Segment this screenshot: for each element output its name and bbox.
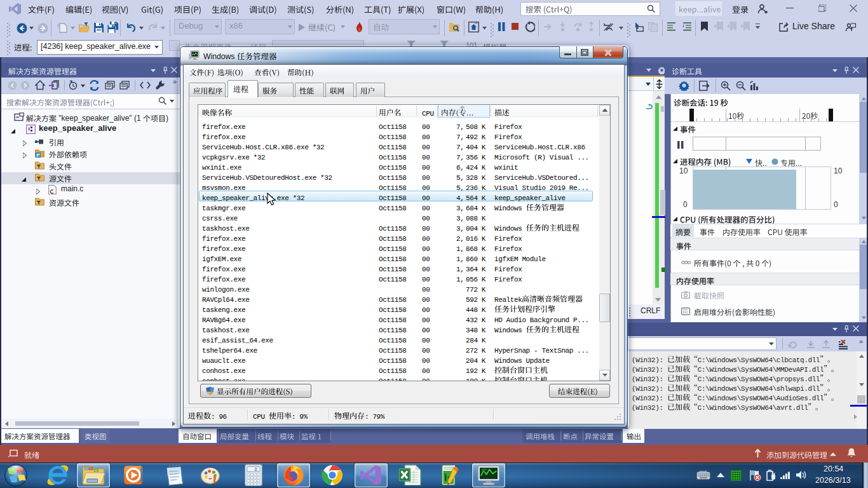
svg-text:0: 0 bbox=[255, 467, 257, 471]
